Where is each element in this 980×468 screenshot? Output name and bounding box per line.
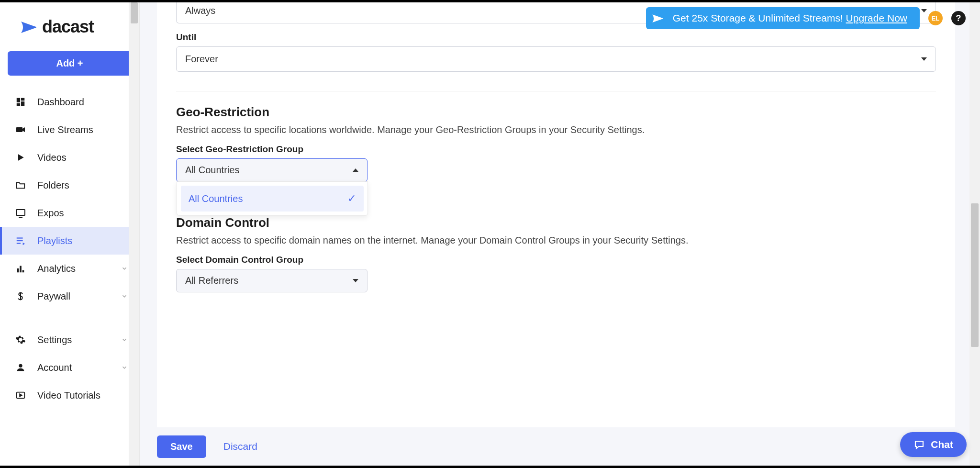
sidebar-item-label: Videos [37,152,67,163]
sidebar-item-label: Folders [37,180,69,191]
caret-down-icon [921,57,927,61]
svg-rect-11 [20,266,22,273]
check-icon: ✓ [347,192,356,205]
folder-icon [14,179,27,191]
sidebar-item-label: Account [37,362,72,373]
avatar[interactable]: EL [928,11,943,25]
sidebar-item-paywall[interactable]: Paywall [0,282,139,310]
svg-rect-12 [22,270,24,273]
tutorial-icon [14,389,27,401]
chevron-down-icon [121,362,128,373]
sidebar-item-label: Expos [37,208,64,219]
select-value: Always [185,5,215,16]
upgrade-promo-banner[interactable]: Get 25x Storage & Unlimited Streams! Upg… [646,7,920,29]
until-select[interactable]: Forever [176,46,936,72]
geo-restriction-select[interactable]: All Countries All Countries ✓ [176,158,368,182]
geo-select-label: Select Geo-Restriction Group [176,144,936,155]
sidebar-item-livestreams[interactable]: Live Streams [0,116,139,144]
main-scrollbar[interactable] [969,2,980,466]
select-value: Forever [185,54,218,65]
select-value: All Referrers [185,275,238,286]
sidebar-item-analytics[interactable]: Analytics [0,255,139,282]
svg-rect-5 [16,210,25,215]
svg-rect-0 [17,98,20,102]
sidebar-item-settings[interactable]: Settings [0,326,139,354]
sidebar-item-label: Dashboard [37,97,84,108]
svg-rect-2 [21,101,24,106]
bars-icon [14,262,27,275]
dashboard-icon [14,96,27,108]
add-button[interactable]: Add + [8,51,132,76]
chevron-down-icon [121,291,128,302]
caret-up-icon [353,168,358,172]
sidebar-item-label: Analytics [37,263,76,274]
sidebar-scrollbar[interactable] [129,2,139,466]
sidebar-item-label: Playlists [37,235,72,246]
person-icon [14,361,27,374]
section-divider [176,91,936,91]
sidebar-item-label: Paywall [37,291,70,302]
sidebar: dacast Add + Dashboard Live Streams Vide… [0,2,140,466]
sidebar-item-video-tutorials[interactable]: Video Tutorials [0,381,139,409]
save-button[interactable]: Save [157,435,206,458]
sidebar-item-label: Settings [37,334,72,345]
promo-text: Get 25x Storage & Unlimited Streams! Upg… [673,12,907,24]
svg-rect-4 [16,127,22,132]
discard-button[interactable]: Discard [223,441,257,452]
sidebar-item-dashboard[interactable]: Dashboard [0,88,139,116]
sidebar-item-playlists[interactable]: Playlists [0,227,139,255]
svg-rect-1 [21,98,24,101]
brand-name: dacast [42,17,94,37]
geo-option-all-countries[interactable]: All Countries ✓ [181,186,364,212]
dollar-icon [14,290,27,302]
sidebar-item-folders[interactable]: Folders [0,171,139,199]
help-icon[interactable]: ? [951,11,966,25]
play-icon [14,151,27,164]
geo-restriction-title: Geo-Restriction [176,105,936,120]
chevron-down-icon [121,334,128,345]
svg-point-14 [19,364,22,368]
sidebar-item-expos[interactable]: Expos [0,199,139,227]
chevron-down-icon [121,263,128,274]
sidebar-nav: Dashboard Live Streams Videos Folders Ex… [0,88,139,409]
chat-widget[interactable]: Chat [900,432,967,457]
chat-label: Chat [931,439,953,450]
svg-rect-10 [17,268,19,272]
settings-card: Always Until Forever Geo-Restriction Res… [157,2,955,427]
upgrade-link[interactable]: Upgrade Now [846,12,907,23]
domain-control-select[interactable]: All Referrers [176,269,368,292]
playlist-icon [14,234,27,247]
brand-logo-icon [20,20,39,34]
domain-control-title: Domain Control [176,215,936,230]
geo-dropdown-menu: All Countries ✓ [177,181,368,216]
sidebar-item-label: Live Streams [37,124,93,135]
logo[interactable]: dacast [0,2,139,46]
svg-rect-3 [17,103,20,106]
domain-select-label: Select Domain Control Group [176,255,936,265]
sidebar-item-label: Video Tutorials [37,390,100,401]
sidebar-item-account[interactable]: Account [0,354,139,381]
chat-icon [913,439,925,450]
topbar: Get 25x Storage & Unlimited Streams! Upg… [646,2,980,34]
gear-icon [14,334,27,346]
monitor-icon [14,207,27,219]
footer-actions: Save Discard [157,427,955,466]
geo-restriction-desc: Restrict access to specific locations wo… [176,124,936,135]
domain-control-desc: Restrict access to specific domain names… [176,235,936,246]
promo-logo-icon [652,11,666,25]
select-value: All Countries [185,165,239,176]
sidebar-item-videos[interactable]: Videos [0,144,139,171]
main-area: Get 25x Storage & Unlimited Streams! Upg… [140,2,980,466]
option-label: All Countries [189,193,243,204]
caret-down-icon [353,279,358,282]
camera-icon [14,123,27,136]
nav-divider [0,318,139,318]
